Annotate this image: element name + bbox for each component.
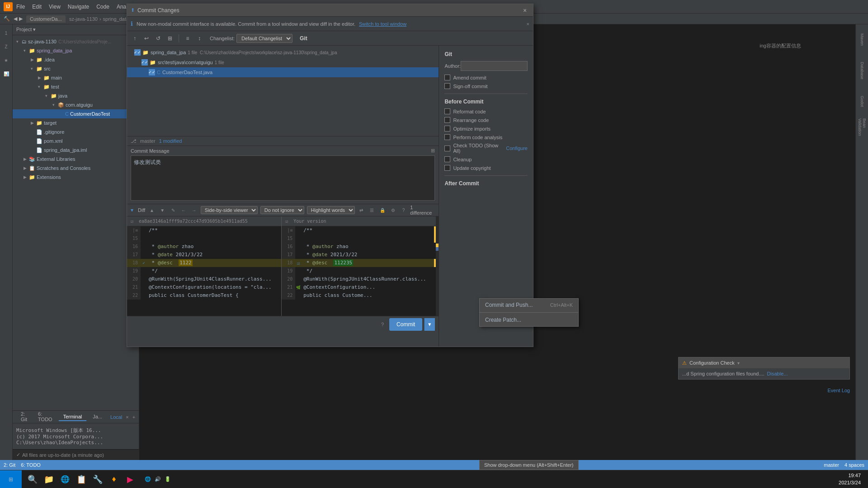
diff-nav-down[interactable]: ▼ [159, 206, 166, 214]
configure-link[interactable]: Configure [506, 145, 528, 151]
tree-item-pom[interactable]: 📄 pom.xml [13, 136, 139, 145]
taskbar-search[interactable]: 🔍 [25, 472, 40, 487]
toolbar-btn-menu[interactable]: ≡ [183, 33, 193, 43]
tab-terminal[interactable]: Terminal [59, 413, 87, 421]
diff-ignore-select[interactable]: Do not ignore [260, 206, 304, 214]
config-chevron[interactable]: ▾ [737, 361, 740, 366]
dialog-close-button[interactable]: × [520, 6, 529, 15]
tree-item-pkg[interactable]: ▾ 📦 com.atguigu [13, 100, 139, 109]
maven-panel[interactable]: Maven [857, 26, 867, 53]
diff-viewer-select[interactable]: Side-by-side viewer [201, 206, 258, 214]
diff-prev[interactable]: ← [179, 206, 187, 214]
help-icon[interactable]: ? [381, 322, 384, 327]
terminal-close[interactable]: × [126, 414, 128, 420]
commit-message-input[interactable]: 修改测试类 [131, 155, 435, 201]
file-item-src-test[interactable]: ✓ 📁 src\test\java\com\atguigu 1 file [127, 57, 439, 67]
tree-item-ext-libs[interactable]: ▶ 📚 External Libraries [13, 155, 139, 164]
taskbar-app2[interactable]: ♦ [107, 472, 121, 487]
event-log[interactable]: Event Log [827, 388, 850, 393]
commit-button[interactable]: Commit [389, 318, 422, 331]
taskbar-app1[interactable]: 🔧 [90, 472, 105, 487]
tab-todo[interactable]: 6: TODO [33, 410, 57, 424]
tree-item-src[interactable]: ▾ 📁 src [13, 64, 139, 73]
toolbar-icon-forward[interactable]: ▶ [19, 16, 23, 22]
diff-icon-swap[interactable]: ⇄ [358, 206, 365, 214]
author-input[interactable] [461, 61, 528, 71]
menu-view[interactable]: View [49, 4, 61, 10]
disable-link[interactable]: Disable... [767, 371, 788, 376]
switch-to-tool-window[interactable]: Switch to tool window [359, 21, 406, 27]
tree-item-extensions[interactable]: ▶ 📁 Extensions [13, 173, 139, 182]
side-icon-favorites[interactable]: ★ [1, 55, 11, 65]
ctx-commit-push[interactable]: Commit and Push... Ctrl+Alt+K [480, 299, 578, 311]
changelist-select[interactable]: Default Changelist [236, 34, 292, 43]
commit-dropdown-button[interactable]: ▾ [424, 318, 435, 331]
diff-edit[interactable]: ✎ [169, 206, 177, 214]
diff-scrollbar[interactable] [436, 216, 439, 316]
diff-icon-lock[interactable]: 🔒 [378, 206, 386, 214]
menu-edit[interactable]: Edit [32, 4, 42, 10]
tree-item-scratches[interactable]: ▶ 📋 Scratches and Consoles [13, 164, 139, 173]
taskbar-app3[interactable]: ▶ [123, 472, 137, 487]
taskbar-chrome[interactable]: 🌐 [58, 472, 72, 487]
toolbar-btn-refresh[interactable]: ↺ [153, 33, 163, 43]
tree-item-customer-dao[interactable]: C CustomerDaoTest [13, 109, 139, 118]
code-analysis-checkbox[interactable] [444, 134, 450, 140]
tree-item-target[interactable]: ▶ 📁 target [13, 118, 139, 127]
breadcrumb-tab[interactable]: CustomerDa... [26, 15, 66, 23]
tree-item-iml[interactable]: 📄 spring_data_jpa.iml [13, 145, 139, 155]
reformat-checkbox[interactable] [444, 108, 450, 114]
terminal-add[interactable]: + [132, 414, 135, 420]
tree-item-idea[interactable]: ▶ 📁 .idea [13, 55, 139, 64]
tree-item-java[interactable]: ▾ 📁 java [13, 91, 139, 100]
line-marker-cb[interactable]: ☑ [295, 259, 302, 267]
file-item-spring[interactable]: ✓ 📁 spring_data_jpa 1 file C:\Users\zhao… [127, 47, 439, 57]
diff-icon-settings[interactable]: ⚙ [389, 206, 397, 214]
status-git[interactable]: 2: Git [4, 462, 15, 468]
diff-collapse-icon[interactable]: ▾ [131, 207, 133, 213]
database-panel[interactable]: Database [857, 57, 867, 84]
toolbar-btn-up[interactable]: ↑ [130, 33, 140, 43]
taskbar-files[interactable]: 📋 [74, 472, 89, 487]
rearrange-checkbox[interactable] [444, 117, 450, 123]
status-branch[interactable]: master [824, 462, 839, 468]
taskbar-file-explorer[interactable]: 📁 [42, 472, 56, 487]
update-copyright-checkbox[interactable] [444, 165, 450, 171]
diff-icon-help[interactable]: ? [400, 206, 407, 214]
check-todo-checkbox[interactable] [444, 145, 450, 151]
menu-navigate[interactable]: Navigate [68, 4, 89, 10]
sign-off-checkbox[interactable] [444, 83, 450, 89]
diff-nav-up[interactable]: ▲ [148, 206, 156, 214]
cleanup-checkbox[interactable] [444, 156, 450, 162]
side-icon-persistence[interactable]: 📊 [1, 69, 11, 79]
toolbar-btn-grid[interactable]: ⊞ [165, 33, 175, 43]
diff-left-checkbox[interactable]: ☑ [131, 219, 133, 224]
check-src[interactable]: ✓ [142, 59, 148, 66]
tree-item-main[interactable]: ▶ 📁 main [13, 73, 139, 82]
diff-next[interactable]: → [190, 206, 198, 214]
toolbar-icon-back[interactable]: ◀ [14, 16, 17, 22]
godot-panel[interactable]: Godot [857, 88, 867, 115]
toolbar-btn-sort[interactable]: ↕ [194, 33, 204, 43]
toolbar-icon-rebuild[interactable]: 🔨 [4, 16, 10, 22]
tab-other[interactable]: Ja... [88, 413, 107, 421]
toolbar-btn-undo[interactable]: ↩ [142, 33, 151, 43]
tree-item-spring[interactable]: ▾ 📁 spring_data_jpa [13, 46, 139, 55]
check-customer[interactable]: ✓ [149, 69, 155, 75]
taskbar-start[interactable]: ⊞ [0, 470, 22, 488]
diff-icon-lines[interactable]: ☰ [368, 206, 376, 214]
menu-file[interactable]: File [16, 4, 25, 10]
bean-val-panel[interactable]: Bean Validation [857, 118, 867, 145]
check-spring[interactable]: ✓ [134, 49, 141, 56]
side-icon-project[interactable]: 1 [1, 28, 11, 38]
notif-close-btn[interactable]: × [527, 21, 529, 27]
ctx-create-patch[interactable]: Create Patch... [480, 314, 578, 326]
tree-item-root[interactable]: ▾ 🗂 sz-java-1130 C:\Users\zhao\IdeaProje… [13, 37, 139, 46]
optimize-checkbox[interactable] [444, 126, 450, 131]
tree-title[interactable]: Project ▾ [16, 27, 36, 33]
file-item-customer[interactable]: ✓ C CustomerDaoTest.java [127, 67, 439, 77]
side-icon-structure[interactable]: Z [1, 42, 11, 52]
tree-item-gitignore[interactable]: 📄 .gitignore [13, 127, 139, 136]
diff-highlight-select[interactable]: Highlight words [307, 206, 355, 214]
amend-checkbox[interactable] [444, 75, 450, 80]
